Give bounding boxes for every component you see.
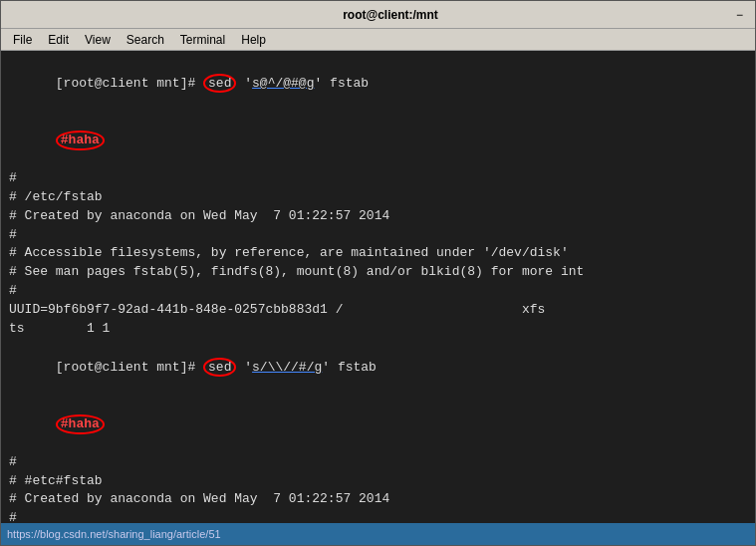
- menu-file[interactable]: File: [5, 31, 40, 49]
- terminal-line-16: # Created by anaconda on Wed May 7 01:22…: [9, 490, 747, 509]
- cmd-args-1: 's@^/@#@g' fstab: [236, 76, 369, 91]
- terminal-body[interactable]: [root@client mnt]# sed 's@^/@#@g' fstab …: [1, 51, 755, 523]
- terminal-line-2: #haha: [9, 113, 747, 170]
- sed-highlight-2: sed: [203, 358, 236, 378]
- terminal-line-7: # Accessible filesystems, by reference, …: [9, 244, 747, 263]
- terminal-line-3: #: [9, 169, 747, 188]
- terminal-line-9: #: [9, 282, 747, 301]
- menu-help[interactable]: Help: [233, 31, 274, 49]
- menu-view[interactable]: View: [77, 31, 119, 49]
- menu-edit[interactable]: Edit: [40, 31, 77, 49]
- terminal-line-1: [root@client mnt]# sed 's@^/@#@g' fstab: [9, 55, 747, 113]
- prompt-text-1: [root@client mnt]#: [56, 76, 203, 91]
- terminal-line-4: # /etc/fstab: [9, 188, 747, 207]
- sed-highlight-1: sed: [203, 74, 236, 94]
- terminal-line-17: #: [9, 509, 747, 523]
- menu-search[interactable]: Search: [119, 31, 172, 49]
- terminal-line-12: [root@client mnt]# sed 's/\\//#/g' fstab: [9, 339, 747, 397]
- terminal-window: root@client:/mnt − File Edit View Search…: [0, 0, 756, 546]
- menu-bar: File Edit View Search Terminal Help: [1, 29, 755, 51]
- status-url: https://blog.csdn.net/sharing_liang/arti…: [7, 528, 221, 540]
- terminal-line-6: #: [9, 226, 747, 245]
- haha-highlight-2: #haha: [56, 414, 105, 434]
- terminal-line-5: # Created by anaconda on Wed May 7 01:22…: [9, 207, 747, 226]
- minimize-button[interactable]: −: [732, 8, 747, 22]
- terminal-line-15: # #etc#fstab: [9, 472, 747, 491]
- title-bar: root@client:/mnt −: [1, 1, 755, 29]
- prompt-text-2: [root@client mnt]#: [56, 360, 203, 375]
- terminal-line-14: #: [9, 453, 747, 472]
- terminal-line-10: UUID=9bf6b9f7-92ad-441b-848e-0257cbb883d…: [9, 301, 747, 320]
- terminal-line-8: # See man pages fstab(5), findfs(8), mou…: [9, 263, 747, 282]
- window-title: root@client:/mnt: [49, 8, 732, 22]
- status-bar: https://blog.csdn.net/sharing_liang/arti…: [1, 523, 755, 545]
- terminal-line-11: ts 1 1: [9, 320, 747, 339]
- terminal-line-13: #haha: [9, 396, 747, 453]
- haha-highlight-1: #haha: [56, 131, 105, 150]
- menu-terminal[interactable]: Terminal: [172, 31, 233, 49]
- cmd-args-2: 's/\\//#/g' fstab: [236, 360, 376, 375]
